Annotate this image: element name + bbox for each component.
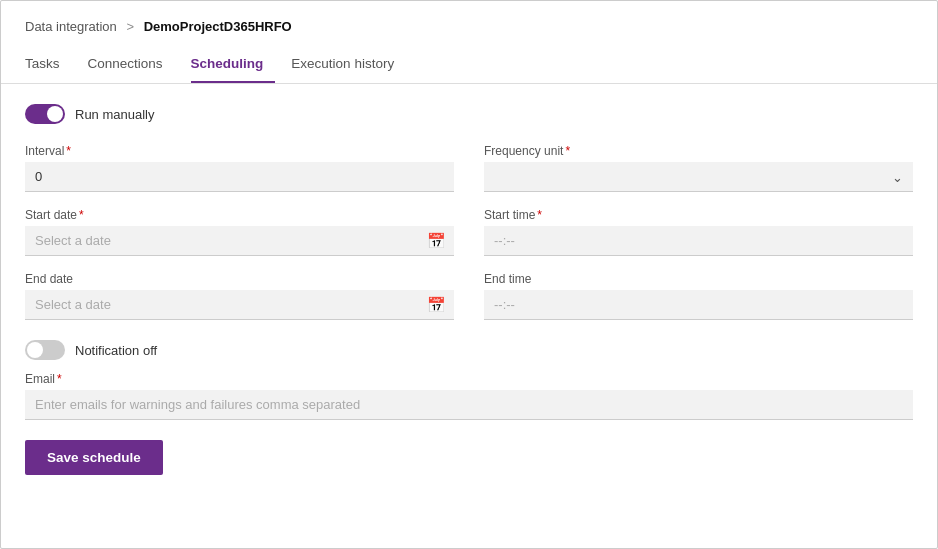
tab-tasks[interactable]: Tasks <box>25 50 72 83</box>
breadcrumb-nav[interactable]: Data integration <box>25 19 117 34</box>
frequency-unit-label: Frequency unit* <box>484 144 913 158</box>
frequency-unit-group: Frequency unit* ⌄ <box>484 144 913 192</box>
start-date-label: Start date* <box>25 208 454 222</box>
end-time-label: End time <box>484 272 913 286</box>
interval-label: Interval* <box>25 144 454 158</box>
main-content: Run manually Interval* Frequency unit* ⌄ <box>1 84 937 548</box>
run-manually-row: Run manually <box>25 104 913 124</box>
end-date-input-wrapper: 📅 <box>25 290 454 320</box>
notification-label: Notification off <box>75 343 157 358</box>
run-manually-label: Run manually <box>75 107 155 122</box>
frequency-unit-input[interactable] <box>484 162 913 192</box>
toggle-knob <box>47 106 63 122</box>
end-time-input[interactable] <box>484 290 913 320</box>
notification-toggle[interactable] <box>25 340 65 360</box>
interval-input[interactable] <box>25 162 454 192</box>
start-time-input[interactable] <box>484 226 913 256</box>
email-input[interactable] <box>25 390 913 420</box>
notification-toggle-knob <box>27 342 43 358</box>
breadcrumb-project: DemoProjectD365HRFO <box>144 19 292 34</box>
end-date-label: End date <box>25 272 454 286</box>
start-date-input-wrapper: 📅 <box>25 226 454 256</box>
interval-group: Interval* <box>25 144 454 192</box>
tab-execution-history[interactable]: Execution history <box>291 50 406 83</box>
frequency-unit-select-wrapper: ⌄ <box>484 162 913 192</box>
start-time-group: Start time* <box>484 208 913 256</box>
tab-scheduling[interactable]: Scheduling <box>191 50 276 83</box>
save-schedule-button[interactable]: Save schedule <box>25 440 163 475</box>
email-label: Email* <box>25 372 913 386</box>
form-grid: Interval* Frequency unit* ⌄ Start date* <box>25 144 913 336</box>
end-date-input[interactable] <box>25 290 454 320</box>
email-group: Email* <box>25 372 913 420</box>
end-date-group: End date 📅 <box>25 272 454 320</box>
start-date-group: Start date* 📅 <box>25 208 454 256</box>
start-time-label: Start time* <box>484 208 913 222</box>
breadcrumb: Data integration > DemoProjectD365HRFO <box>1 1 937 34</box>
run-manually-toggle[interactable] <box>25 104 65 124</box>
notification-row: Notification off <box>25 340 913 360</box>
breadcrumb-separator: > <box>126 19 134 34</box>
tabs-nav: Tasks Connections Scheduling Execution h… <box>1 38 937 84</box>
start-date-input[interactable] <box>25 226 454 256</box>
end-time-group: End time <box>484 272 913 320</box>
tab-connections[interactable]: Connections <box>88 50 175 83</box>
